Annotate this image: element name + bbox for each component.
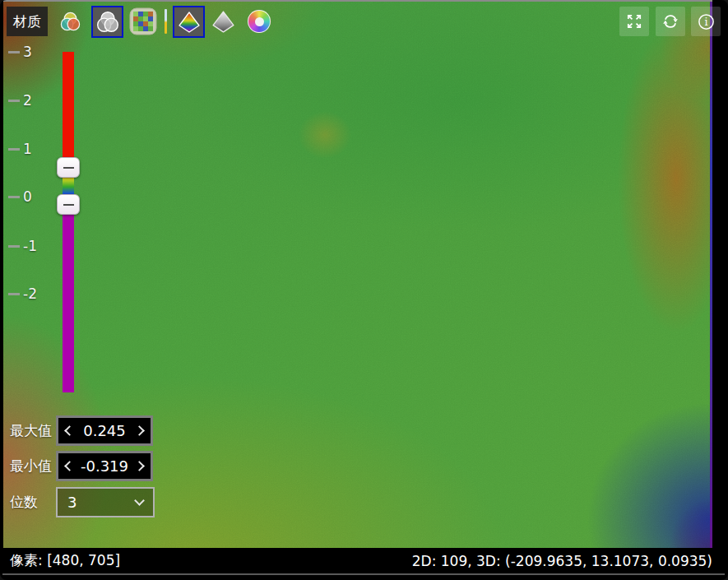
colorbar	[63, 52, 74, 392]
window-bottom-border	[2, 573, 725, 575]
toolbar-separator	[165, 9, 167, 34]
min-value-row: 最小值 -0.319	[10, 451, 153, 481]
decrement-icon[interactable]	[64, 461, 75, 471]
max-value[interactable]: 0.245	[83, 422, 126, 439]
rainbow-surface-icon	[176, 9, 202, 35]
pixel-coordinates: 像素: [480, 705]	[10, 551, 120, 570]
min-range-handle[interactable]	[57, 194, 80, 215]
status-bar: 像素: [480, 705] 2D: 109, 3D: (-209.9635, …	[0, 548, 728, 573]
cursor-3d-coordinates: 2D: 109, 3D: (-209.9635, 13.1073, 0.0935…	[412, 553, 712, 569]
fullscreen-button[interactable]	[619, 7, 649, 36]
digits-label: 位数	[10, 493, 56, 512]
refresh-icon	[660, 11, 681, 32]
increment-icon[interactable]	[134, 461, 145, 471]
min-value-stepper[interactable]: -0.319	[56, 451, 153, 481]
fullscreen-icon	[624, 11, 645, 32]
toolbar: 材质	[0, 0, 728, 41]
color-wheel-center	[255, 17, 264, 26]
min-value[interactable]: -0.319	[81, 457, 128, 475]
rgb-circles-icon[interactable]	[59, 11, 81, 36]
gray-circles-icon	[95, 10, 120, 35]
max-value-label: 最大值	[10, 421, 56, 440]
handle-minus-glyph	[63, 204, 74, 206]
digits-value: 3	[67, 494, 77, 511]
image-right-edge	[710, 2, 712, 548]
max-range-handle[interactable]	[57, 157, 80, 178]
refresh-button[interactable]	[656, 7, 685, 36]
decrement-icon[interactable]	[64, 425, 75, 436]
info-button[interactable]: i	[691, 7, 721, 36]
increment-icon[interactable]	[134, 425, 145, 436]
color-grid-icon[interactable]	[129, 7, 157, 39]
handle-minus-glyph	[63, 167, 74, 169]
chevron-down-icon	[134, 495, 145, 506]
color-wheel-icon[interactable]	[248, 10, 271, 33]
digits-row: 位数 3	[10, 487, 155, 517]
gray-circles-button[interactable]	[91, 6, 123, 38]
info-icon: i	[695, 11, 717, 33]
max-value-stepper[interactable]: 0.245	[56, 415, 153, 446]
material-label: 材质	[7, 7, 48, 36]
svg-text:i: i	[704, 16, 707, 28]
rainbow-surface-button[interactable]	[173, 6, 205, 38]
app-window: 材质	[0, 0, 728, 580]
digits-select[interactable]: 3	[56, 487, 155, 517]
max-value-row: 最大值 0.245	[10, 415, 153, 446]
gray-surface-icon[interactable]	[210, 8, 237, 39]
min-value-label: 最小值	[10, 457, 56, 476]
